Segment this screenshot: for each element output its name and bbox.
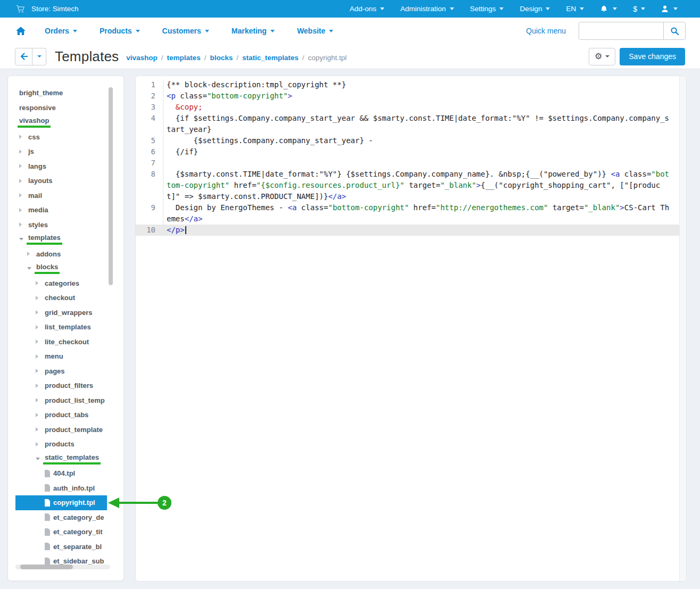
breadcrumb-item-blocks[interactable]: blocks <box>210 54 233 62</box>
nav-menu-orders[interactable]: Orders <box>45 27 77 35</box>
page-title: Templates <box>55 48 119 65</box>
notifications-menu[interactable] <box>600 5 617 13</box>
code-line-text[interactable]: Design by EnergoThemes - <a class="botto… <box>163 202 686 225</box>
tree-file-copyright-tpl[interactable]: copyright.tpl <box>15 495 107 510</box>
store-label[interactable]: Store: Simtech <box>31 5 79 13</box>
tree-folder-product-filters[interactable]: product_filters <box>8 378 110 393</box>
tree-folder-product-tabs[interactable]: product_tabs <box>8 408 110 422</box>
tree-folder-templates[interactable]: templates <box>8 232 110 247</box>
tree-folder-media[interactable]: media <box>8 203 110 218</box>
search-input[interactable] <box>579 22 663 39</box>
nav-menu-marketing[interactable]: Marketing <box>232 27 275 35</box>
tree-folder-pages[interactable]: pages <box>8 364 110 379</box>
breadcrumb-item-templates[interactable]: templates <box>167 54 201 62</box>
tree-folder-responsive[interactable]: responsive <box>8 101 110 115</box>
code-line[interactable]: 4 {if $settings.Company.company_start_ye… <box>136 113 686 135</box>
top-admin-bar: Store: Simtech Add-onsAdministrationSett… <box>0 0 700 18</box>
search-button[interactable] <box>663 22 685 39</box>
code-line[interactable]: 3 &copy; <box>136 102 686 113</box>
code-line-text[interactable]: </p> <box>163 225 686 236</box>
code-editor[interactable]: 1{** block-description:tmpl_copyright **… <box>136 79 686 236</box>
tree-file-et-category-de[interactable]: et_category_de <box>8 510 110 525</box>
nav-menu-customers[interactable]: Customers <box>162 27 209 35</box>
tree-folder-styles[interactable]: styles <box>8 218 110 233</box>
tree-file-et-category-tit[interactable]: et_category_tit <box>8 525 110 540</box>
currency-menu[interactable]: $ <box>633 5 645 13</box>
back-history-dropdown[interactable] <box>32 48 46 65</box>
code-line-text[interactable]: {if $settings.Company.company_start_year… <box>163 113 686 135</box>
cart-icon[interactable] <box>16 5 25 13</box>
topbar-menu-en[interactable]: EN <box>566 5 584 13</box>
tree-folder-static-templates[interactable]: static_templates <box>8 452 110 467</box>
code-line[interactable]: 6 {/if} <box>136 146 686 157</box>
tree-item-label: checkout <box>45 294 75 302</box>
dollar-icon: $ <box>633 5 637 13</box>
back-button[interactable] <box>15 48 32 65</box>
code-line-text[interactable]: <p class="bottom-copyright"> <box>163 90 686 102</box>
chevron-right-icon <box>36 281 45 285</box>
sidebar-horizontal-scrollbar-thumb[interactable] <box>20 565 73 569</box>
tree-folder-product-template[interactable]: product_template <box>8 422 110 437</box>
save-changes-button[interactable]: Save changes <box>620 48 685 65</box>
code-line[interactable]: 5 {$settings.Company.company_start_year}… <box>136 135 686 146</box>
code-line[interactable]: 9 Design by EnergoThemes - <a class="bot… <box>136 202 686 225</box>
chevron-down-icon <box>380 7 384 10</box>
code-line[interactable]: 10</p> <box>136 225 686 236</box>
tree-file-404-tpl[interactable]: 404.tpl <box>8 466 110 481</box>
code-line-text[interactable]: &copy; <box>163 102 686 113</box>
breadcrumb-item-static-templates[interactable]: static_templates <box>242 54 299 62</box>
code-line[interactable]: 2<p class="bottom-copyright"> <box>136 90 686 102</box>
tree-folder-list-templates[interactable]: list_templates <box>8 320 110 335</box>
code-line[interactable]: 8 {$smarty.const.TIME|date_format:"%Y"} … <box>136 169 686 202</box>
nav-menu-products[interactable]: Products <box>100 27 140 35</box>
tree-folder-layouts[interactable]: layouts <box>8 173 110 188</box>
page-header: Templates vivashop/templates/blocks/stat… <box>0 44 700 69</box>
file-icon <box>44 558 53 565</box>
breadcrumb-item-vivashop[interactable]: vivashop <box>126 54 158 62</box>
account-menu[interactable] <box>661 5 678 13</box>
tree-folder-categories[interactable]: categories <box>8 276 110 291</box>
topbar-menu-administration[interactable]: Administration <box>400 5 454 13</box>
topbar-menu-add-ons[interactable]: Add-ons <box>350 5 384 13</box>
tree-folder-menu[interactable]: menu <box>8 349 110 364</box>
sidebar-vertical-scrollbar[interactable] <box>109 87 113 285</box>
settings-gear-button[interactable]: ⚙ <box>589 48 615 65</box>
code-line-text[interactable]: {$smarty.const.TIME|date_format:"%Y"} {$… <box>163 169 686 202</box>
tree-folder-addons[interactable]: addons <box>8 247 110 262</box>
line-number: 6 <box>136 146 163 157</box>
tree-folder-langs[interactable]: langs <box>8 159 110 174</box>
chevron-right-icon <box>19 150 28 154</box>
tree-folder-bright-theme[interactable]: bright_theme <box>8 86 110 101</box>
tree-folder-grid-wrappers[interactable]: grid_wrappers <box>8 305 110 320</box>
tree-folder-vivashop[interactable]: vivashop <box>8 115 110 130</box>
tree-folder-js[interactable]: js <box>8 144 110 159</box>
file-tree: bright_themeresponsivevivashopcssjslangs… <box>8 86 110 569</box>
tree-item-label: et_sidebar_sub <box>53 557 104 565</box>
line-number: 1 <box>136 79 163 90</box>
tree-item-label: layouts <box>28 177 53 185</box>
code-line-text[interactable]: {** block-description:tmpl_copyright **} <box>163 79 686 90</box>
home-icon[interactable] <box>16 27 26 35</box>
code-line[interactable]: 7 <box>136 157 686 169</box>
tree-item-label: addons <box>36 250 61 258</box>
tree-folder-products[interactable]: products <box>8 437 110 452</box>
quick-menu-link[interactable]: Quick menu <box>526 27 566 35</box>
editor-vertical-scrollbar[interactable] <box>679 76 686 581</box>
tree-folder-checkout[interactable]: checkout <box>8 291 110 305</box>
topbar-menu-design[interactable]: Design <box>520 5 550 13</box>
tree-folder-blocks[interactable]: blocks <box>8 261 110 276</box>
bell-icon <box>600 5 608 13</box>
tree-folder-mail[interactable]: mail <box>8 188 110 203</box>
tree-file-auth-info-tpl[interactable]: auth_info.tpl <box>8 481 110 496</box>
tree-folder-product-list-temp[interactable]: product_list_temp <box>8 393 110 408</box>
code-line-text[interactable] <box>163 157 686 169</box>
tree-file-et-separate-bl[interactable]: et_separate_bl <box>8 540 110 554</box>
code-line-text[interactable]: {/if} <box>163 146 686 157</box>
code-line[interactable]: 1{** block-description:tmpl_copyright **… <box>136 79 686 90</box>
nav-menu-website[interactable]: Website <box>297 27 333 35</box>
tree-folder-lite-checkout[interactable]: lite_checkout <box>8 335 110 350</box>
tree-folder-css[interactable]: css <box>8 130 110 145</box>
code-line-text[interactable]: {$settings.Company.company_start_year} - <box>163 135 686 146</box>
file-tree-panel: bright_themeresponsivevivashopcssjslangs… <box>7 76 124 581</box>
topbar-menu-settings[interactable]: Settings <box>470 5 504 13</box>
